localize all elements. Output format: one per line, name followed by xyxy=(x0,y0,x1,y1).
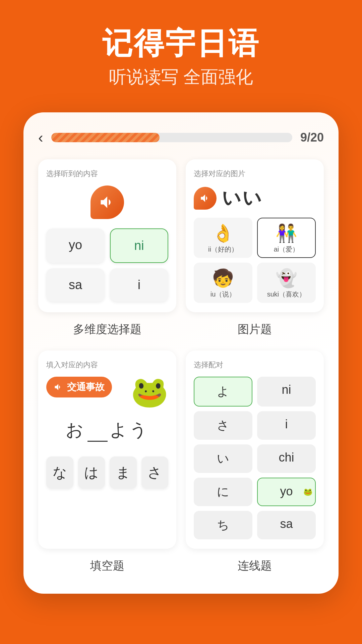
label-match: 连线题 xyxy=(186,558,324,574)
pic-suki-emoji: 👻 xyxy=(261,269,312,288)
match-grid: よ ni さ i い chi に yo 🐸 ち sa xyxy=(194,377,316,539)
picture-grid: 👌 ii（好的） 👫 ai（爱） 🧒 iu（说） 👻 suki（喜欢） xyxy=(194,218,316,303)
progress-row: ‹ 9/20 xyxy=(38,129,324,146)
pic-iu-label: iu（说） xyxy=(210,290,236,298)
choice-sa[interactable]: sa xyxy=(46,268,105,302)
kana-sa[interactable]: さ xyxy=(141,457,169,489)
choice-yo[interactable]: yo xyxy=(46,228,105,263)
kana-ha[interactable]: は xyxy=(78,457,105,489)
mascot-frog: 🐸 xyxy=(131,377,168,407)
jp-word: いい xyxy=(222,185,263,211)
card1-label: 选择听到的内容 xyxy=(46,169,168,179)
choice-ni[interactable]: ni xyxy=(110,228,168,263)
kana-ma[interactable]: ま xyxy=(110,457,137,489)
pic-iu[interactable]: 🧒 iu（说） xyxy=(194,263,252,303)
card3-label: 填入对应的内容 xyxy=(46,360,168,370)
pic-ai[interactable]: 👫 ai（爱） xyxy=(257,218,316,258)
fill-audio-area: 交通事故 xyxy=(46,377,112,402)
card2-label: 选择对应的图片 xyxy=(194,169,316,179)
card-picture-choice: 选择对应的图片 いい 👌 ii（好的） 👫 xyxy=(186,159,324,312)
kana-choices: な は ま さ xyxy=(46,457,168,489)
label-picture: 图片题 xyxy=(186,322,324,337)
audio-word-tag[interactable]: 交通事故 xyxy=(46,377,112,397)
blank-sentence: およう xyxy=(46,410,168,450)
match-right-ni[interactable]: ni xyxy=(257,377,316,407)
audio-row: いい xyxy=(194,185,316,211)
back-button[interactable]: ‹ xyxy=(38,129,43,146)
card-fill-blank: 填入对应的内容 交通事故 🐸 およう xyxy=(38,351,176,549)
fill-header: 交通事故 🐸 xyxy=(46,377,168,407)
match-right-chi[interactable]: chi xyxy=(257,444,316,473)
card-listen-choice: 选择听到的内容 yo ni sa i xyxy=(38,159,176,312)
speaker-icon-tag xyxy=(54,382,63,392)
header: 记得宇日语 听说读写 全面强化 xyxy=(0,0,362,106)
audio-button-small[interactable] xyxy=(194,187,217,210)
pic-ok-label: ii（好的） xyxy=(208,246,238,253)
kana-na[interactable]: な xyxy=(46,457,73,489)
pic-ai-emoji: 👫 xyxy=(261,224,312,243)
match-right-sa[interactable]: sa xyxy=(257,511,316,539)
match-right-yo[interactable]: yo 🐸 xyxy=(257,478,316,506)
match-left-sa[interactable]: さ xyxy=(194,411,252,440)
top-card-labels: 多维度选择题 图片题 xyxy=(38,322,324,337)
match-right-i[interactable]: i xyxy=(257,411,316,440)
progress-bar-background xyxy=(51,133,292,142)
bottom-cards-grid: 填入对应的内容 交通事故 🐸 およう xyxy=(38,351,324,549)
audio-word-text: 交通事故 xyxy=(67,381,105,393)
pic-suki-label: suki（喜欢） xyxy=(267,290,306,298)
pic-ok-emoji: 👌 xyxy=(198,224,248,243)
choice-grid: yo ni sa i xyxy=(46,228,168,302)
bottom-card-labels: 填空题 连线题 xyxy=(38,558,324,574)
match-left-yo[interactable]: よ xyxy=(194,377,252,407)
progress-bar-fill xyxy=(51,133,160,142)
card4-label: 选择配对 xyxy=(194,360,316,370)
phone-card: ‹ 9/20 选择听到的内容 yo ni sa i xyxy=(23,112,339,594)
audio-button-large[interactable] xyxy=(90,185,124,219)
app-subtitle: 听说读写 全面强化 xyxy=(20,65,342,89)
pic-suki[interactable]: 👻 suki（喜欢） xyxy=(257,263,316,303)
speaker-icon xyxy=(99,194,116,211)
pic-ok[interactable]: 👌 ii（好的） xyxy=(194,218,252,258)
blank-underline xyxy=(87,441,108,442)
match-left-i[interactable]: い xyxy=(194,444,252,473)
card-matching: 选择配对 よ ni さ i い chi に yo 🐸 ち xyxy=(186,351,324,549)
label-fill: 填空题 xyxy=(38,558,176,574)
top-cards-grid: 选择听到的内容 yo ni sa i 选择对应的图片 xyxy=(38,159,324,312)
speaker-icon-small xyxy=(199,193,211,204)
app-title: 记得宇日语 xyxy=(20,27,342,60)
pic-iu-emoji: 🧒 xyxy=(198,269,248,288)
choice-i[interactable]: i xyxy=(110,268,168,302)
match-left-ni[interactable]: に xyxy=(194,478,252,506)
label-multidim: 多维度选择题 xyxy=(38,322,176,337)
progress-label: 9/20 xyxy=(300,130,324,145)
match-left-chi[interactable]: ち xyxy=(194,511,252,539)
pic-ai-label: ai（爱） xyxy=(274,246,299,253)
mascot-yo: 🐸 xyxy=(303,488,312,496)
